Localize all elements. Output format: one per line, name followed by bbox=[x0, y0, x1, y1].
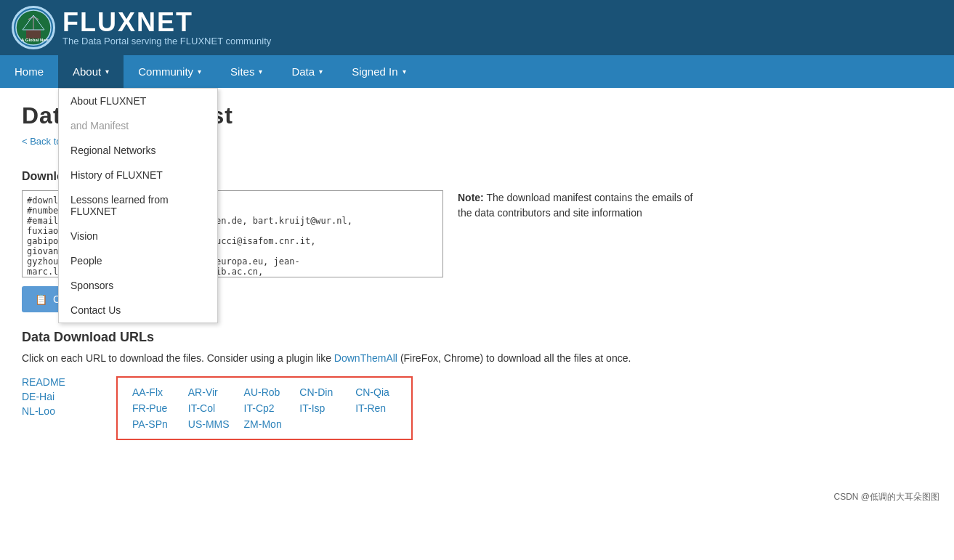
footer: CSDN @低调的大耳朵图图 bbox=[0, 484, 954, 511]
signed-in-caret: ▾ bbox=[403, 68, 406, 76]
dd-vision[interactable]: Vision bbox=[59, 224, 217, 248]
site-subtitle: The Data Portal serving the FLUXNET comm… bbox=[62, 36, 271, 46]
dd-history[interactable]: History of FLUXNET bbox=[59, 163, 217, 187]
nav-sites[interactable]: Sites ▾ bbox=[216, 55, 277, 88]
download-urls-title: Data Download URLs bbox=[22, 330, 850, 345]
link-cn-qia[interactable]: CN-Qia bbox=[355, 386, 397, 398]
link-it-ren[interactable]: IT-Ren bbox=[355, 402, 397, 414]
link-cn-din[interactable]: CN-Din bbox=[299, 386, 341, 398]
link-aa-flx[interactable]: AA-Flx bbox=[132, 386, 174, 398]
dd-contact[interactable]: Contact Us bbox=[59, 298, 217, 322]
clipboard-icon: 📋 bbox=[35, 293, 47, 305]
link-us-mms[interactable]: US-MMS bbox=[188, 418, 230, 430]
dd-about-fluxnet[interactable]: About FLUXNET bbox=[59, 89, 217, 113]
nav-about[interactable]: About ▾ bbox=[58, 55, 124, 88]
nav-home[interactable]: Home bbox=[0, 55, 58, 88]
link-zm-mon[interactable]: ZM-Mon bbox=[244, 418, 286, 430]
left-links: README DE-Hai NL-Loo bbox=[22, 376, 116, 440]
nav-community[interactable]: Community ▾ bbox=[124, 55, 216, 88]
urls-desc-text2: (FireFox, Chrome) to download all the fi… bbox=[400, 352, 631, 364]
dd-lessons[interactable]: Lessons learned from FLUXNET bbox=[59, 187, 217, 224]
urls-description: Click on each URL to download the files.… bbox=[22, 351, 850, 366]
header: A Global Network FLUXNET The Data Portal… bbox=[0, 0, 954, 55]
about-caret: ▾ bbox=[105, 68, 109, 76]
link-nl-loo[interactable]: NL-Loo bbox=[22, 405, 102, 417]
dropdown-about[interactable]: About ▾ About FLUXNET and Manifest Regio… bbox=[58, 55, 124, 88]
dropdown-community[interactable]: Community ▾ bbox=[124, 55, 216, 88]
link-readme[interactable]: README bbox=[22, 376, 102, 388]
link-it-isp[interactable]: IT-Isp bbox=[299, 402, 341, 414]
logo-text: FLUXNET The Data Portal serving the FLUX… bbox=[62, 9, 271, 46]
downthemall-link[interactable]: DownThemAll bbox=[334, 352, 397, 364]
data-caret: ▾ bbox=[319, 68, 323, 76]
note-label: Note: bbox=[458, 192, 484, 203]
svg-text:A Global Network: A Global Network bbox=[21, 38, 52, 42]
link-pa-spn[interactable]: PA-SPn bbox=[132, 418, 174, 430]
note-text: The download manifest contains the email… bbox=[458, 192, 692, 219]
logo-area: A Global Network FLUXNET The Data Portal… bbox=[12, 6, 271, 49]
community-caret: ▾ bbox=[198, 68, 201, 76]
right-links-box: AA-Flx AR-Vir AU-Rob CN-Din CN-Qia FR-Pu… bbox=[116, 376, 413, 440]
link-ar-vir[interactable]: AR-Vir bbox=[188, 386, 230, 398]
link-it-cp2[interactable]: IT-Cp2 bbox=[244, 402, 286, 414]
nav-signed-in[interactable]: Signed In ▾ bbox=[337, 55, 420, 88]
dropdown-sites[interactable]: Sites ▾ bbox=[216, 55, 277, 88]
back-link[interactable]: < Back to bbox=[22, 136, 62, 147]
dropdown-signed-in[interactable]: Signed In ▾ bbox=[337, 55, 420, 88]
link-au-rob[interactable]: AU-Rob bbox=[244, 386, 286, 398]
sites-caret: ▾ bbox=[259, 68, 262, 76]
dropdown-data[interactable]: Data ▾ bbox=[277, 55, 337, 88]
dd-regional-networks[interactable]: Regional Networks bbox=[59, 138, 217, 163]
nav-data[interactable]: Data ▾ bbox=[277, 55, 337, 88]
download-area: README DE-Hai NL-Loo AA-Flx AR-Vir AU-Ro… bbox=[22, 376, 850, 440]
footer-text: CSDN @低调的大耳朵图图 bbox=[833, 492, 939, 502]
about-dropdown-menu: About FLUXNET and Manifest Regional Netw… bbox=[58, 88, 218, 323]
link-fr-pue[interactable]: FR-Pue bbox=[132, 402, 174, 414]
link-it-col[interactable]: IT-Col bbox=[188, 402, 230, 414]
manifest-note: Note: The download manifest contains the… bbox=[458, 190, 705, 221]
dd-people[interactable]: People bbox=[59, 248, 217, 273]
link-de-hai[interactable]: DE-Hai bbox=[22, 391, 102, 402]
dd-and-manifest[interactable]: and Manifest bbox=[59, 113, 217, 138]
logo-icon: A Global Network bbox=[12, 6, 55, 49]
navbar: Home About ▾ About FLUXNET and Manifest … bbox=[0, 55, 954, 88]
site-title: FLUXNET bbox=[62, 9, 271, 36]
dd-sponsors[interactable]: Sponsors bbox=[59, 273, 217, 298]
urls-desc-text: Click on each URL to download the files.… bbox=[22, 352, 331, 364]
